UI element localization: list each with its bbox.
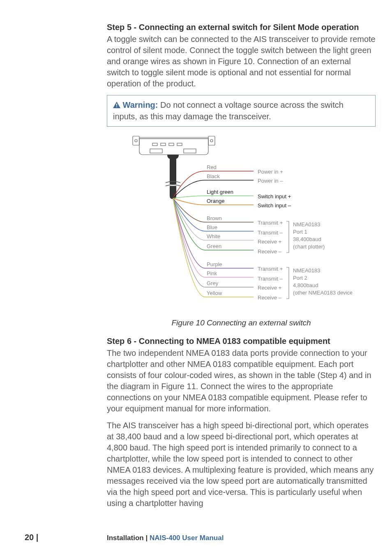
wire-label: White (207, 233, 220, 239)
wire-label: Yellow (207, 290, 222, 296)
signal-label: Receive + (258, 285, 281, 291)
port2-label: NMEA0183 (293, 267, 320, 274)
step6-body1: The two independent NMEA 0183 data ports… (107, 348, 376, 414)
page-number: 20 | (25, 533, 107, 542)
port2-label: Port 2 (293, 275, 307, 281)
signal-label: Transmit + (258, 266, 283, 272)
port1-label: 38,400baud (293, 236, 321, 242)
footer-section: Installation | (107, 534, 150, 542)
signal-label: Switch input + (258, 193, 291, 200)
wire-label: Pink (207, 270, 217, 276)
svg-rect-10 (169, 143, 174, 146)
footer-manual: NAIS-400 User Manual (150, 534, 224, 542)
signal-label: Transmit + (258, 220, 283, 226)
signal-label: Transmit – (258, 230, 283, 236)
port1-label: (chart plotter) (293, 244, 325, 250)
wire-label: Brown (207, 215, 222, 221)
wire-label: Red (207, 164, 217, 170)
svg-point-5 (210, 139, 213, 142)
wire-label: Green (207, 243, 221, 249)
port1-label: Port 1 (293, 229, 307, 235)
svg-point-3 (135, 139, 137, 142)
wire-label: Blue (207, 224, 217, 230)
figure-caption: Figure 10 Connecting an external switch (107, 318, 376, 327)
wire-label: Orange (207, 198, 224, 204)
svg-rect-11 (177, 143, 182, 146)
svg-rect-8 (152, 143, 157, 146)
signal-label: Transmit – (258, 276, 283, 282)
wire-label: Light green (207, 189, 233, 195)
svg-rect-9 (161, 143, 166, 146)
port2-label: (other NMEA0183 device) (293, 290, 352, 296)
signal-label: Power in + (258, 169, 283, 175)
page-footer: 20 | Installation | NAIS-400 User Manual (25, 533, 376, 542)
signal-label: Receive + (258, 239, 281, 245)
warning-label: Warning: (123, 100, 158, 109)
svg-rect-2 (133, 136, 139, 145)
signal-label: Receive – (258, 248, 282, 255)
wire-label: Black (207, 173, 220, 179)
footer-title: Installation | NAIS-400 User Manual (107, 534, 224, 542)
svg-rect-4 (208, 136, 215, 145)
wire-label: Purple (207, 261, 222, 267)
wire-label: Grey (207, 280, 219, 286)
warning-icon (113, 100, 120, 111)
warning-box: Warning: Do not connect a voltage source… (107, 95, 376, 127)
svg-rect-1 (116, 107, 117, 107)
signal-label: Switch input – (258, 202, 291, 209)
signal-label: Power in – (258, 178, 283, 184)
step6-body2: The AIS transceiver has a high speed bi-… (107, 420, 376, 509)
svg-rect-0 (116, 104, 117, 106)
wiring-diagram: Red Black Light green Orange Brown Blue … (130, 134, 352, 315)
port2-label: 4,800baud (293, 282, 318, 288)
svg-rect-13 (184, 149, 196, 153)
step6-heading: Step 6 - Connecting to NMEA 0183 compati… (107, 337, 376, 346)
signal-label: Receive – (258, 295, 282, 301)
svg-rect-12 (150, 149, 162, 153)
page-content: Step 5 - Connecting an external switch f… (107, 23, 376, 509)
port1-label: NMEA0183 (293, 221, 320, 227)
step5-body: A toggle switch can be connected to the … (107, 34, 376, 89)
step5-heading: Step 5 - Connecting an external switch f… (107, 23, 376, 32)
